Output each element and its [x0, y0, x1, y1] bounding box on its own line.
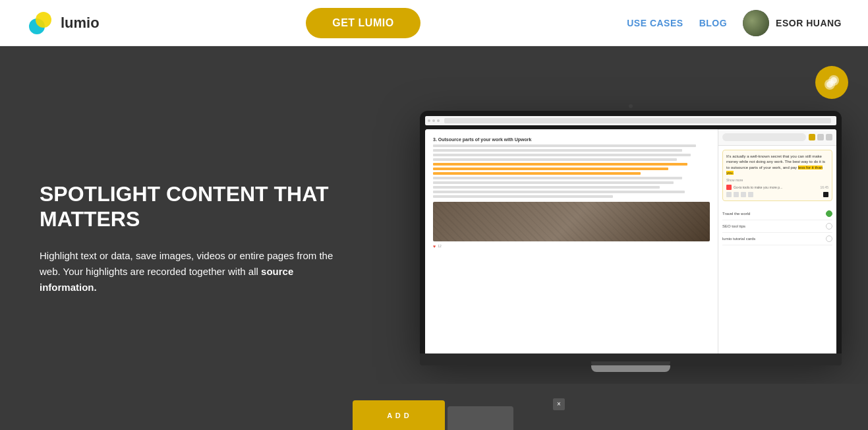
article-line-4	[433, 158, 677, 161]
list-check-seo	[826, 223, 832, 230]
hero-description: Highlight text or data, save images, vid…	[40, 247, 336, 295]
highlight-text: It's actually a well-known secret that y…	[726, 154, 828, 176]
bottom-card-yellow: A D D	[353, 400, 445, 430]
sidebar-icon-close	[826, 134, 832, 140]
laptop-screen: 3. Outsource parts of your work with Upw…	[425, 129, 836, 353]
sidebar-icon-bookmark	[817, 134, 824, 140]
list-item-travel: Travel the world	[722, 208, 832, 220]
sidebar-list: Travel the world SEO tool tips lumio tut…	[718, 205, 836, 248]
source-time: 16:45	[820, 185, 828, 189]
laptop-base	[420, 353, 842, 365]
source-title: Go-to tools to make you more p...	[734, 185, 782, 189]
header: lumio GET LUMIO USE CASES BLOG ESOR HUAN…	[0, 0, 868, 46]
article-highlight-1	[433, 163, 687, 166]
logo-text: lumio	[61, 15, 100, 32]
browser-dot-1	[428, 119, 430, 122]
svg-point-1	[36, 12, 51, 28]
reaction-count: 12	[438, 244, 442, 249]
highlight-card: It's actually a well-known secret that y…	[722, 150, 832, 201]
article-line-5	[433, 177, 682, 179]
nav-right: USE CASES BLOG ESOR HUANG	[627, 10, 842, 36]
user-name: ESOR HUANG	[776, 18, 842, 28]
article-content: 3. Outsource parts of your work with Upw…	[430, 135, 712, 251]
article-reactions: ♥ 12	[433, 244, 710, 249]
bottom-card-gray	[448, 406, 513, 430]
action-icon-4	[748, 192, 753, 197]
article-image	[433, 202, 710, 241]
avatar	[743, 10, 769, 36]
hero-text: SPOTLIGHT CONTENT THAT MATTERS Highlight…	[40, 181, 336, 295]
action-icon-dark	[823, 192, 828, 197]
show-more[interactable]: Show more	[726, 178, 828, 182]
article-line-8	[433, 191, 685, 193]
bottom-card-label: A D D	[387, 412, 410, 419]
card-action-icons	[726, 192, 828, 197]
article-highlight-3	[433, 172, 641, 175]
logo-icon	[26, 9, 54, 37]
list-check-lumio	[826, 235, 832, 242]
action-icon-2	[734, 192, 739, 197]
list-check-travel	[826, 210, 832, 217]
hero-section: SPOTLIGHT CONTENT THAT MATTERS Highlight…	[0, 46, 868, 430]
card-source: Go-to tools to make you more p... 16:45	[726, 185, 828, 190]
x-icon: ×	[557, 401, 561, 408]
article-line-2	[433, 149, 682, 152]
lumio-sidebar-panel: It's actually a well-known secret that y…	[718, 129, 836, 353]
user-area[interactable]: ESOR HUANG	[743, 10, 842, 36]
sidebar-panel-header	[718, 129, 836, 146]
article-highlight-2	[433, 168, 668, 170]
sidebar-search-bar	[722, 133, 806, 141]
list-item-seo: SEO tool tips	[722, 220, 832, 233]
laptop-screen-wrapper: 3. Outsource parts of your work with Upw…	[420, 111, 842, 353]
article-line-7	[433, 186, 660, 189]
bottom-partial-section: A D D ×	[0, 384, 868, 430]
article-line-6	[433, 181, 674, 184]
hero-title: SPOTLIGHT CONTENT THAT MATTERS	[40, 181, 336, 232]
main-content: SPOTLIGHT CONTENT THAT MATTERS Highlight…	[0, 0, 868, 430]
get-lumio-button[interactable]: GET LUMIO	[306, 8, 420, 38]
source-favicon	[726, 185, 732, 190]
laptop-stand	[591, 365, 670, 372]
sidebar-icon-group	[809, 134, 832, 140]
nav-use-cases[interactable]: USE CASES	[627, 18, 683, 28]
laptop-mockup: 3. Outsource parts of your work with Upw…	[420, 46, 868, 430]
browser-bar	[425, 116, 836, 125]
list-item-lumio: lumio tutorial cards	[722, 233, 832, 245]
svg-point-5	[830, 77, 837, 84]
logo-area[interactable]: lumio	[26, 9, 100, 37]
action-icon-1	[726, 192, 732, 197]
browser-url	[444, 118, 831, 123]
article-line-3	[433, 154, 691, 156]
browser-dot-3	[437, 119, 440, 122]
close-partial-icon: ×	[553, 398, 565, 410]
article-line-9	[433, 195, 613, 198]
browser-dot-2	[432, 119, 435, 122]
highlight-yellow: less for it than you.	[726, 166, 823, 175]
heart-icon: ♥	[433, 244, 436, 249]
screen-article: 3. Outsource parts of your work with Upw…	[425, 129, 718, 353]
article-line-1	[433, 144, 696, 147]
article-heading: 3. Outsource parts of your work with Upw…	[433, 137, 710, 142]
laptop: 3. Outsource parts of your work with Upw…	[420, 104, 842, 372]
nav-blog[interactable]: BLOG	[699, 18, 727, 28]
sidebar-icon-yellow	[809, 134, 815, 140]
camera-dot	[629, 104, 633, 108]
action-icon-3	[741, 192, 746, 197]
lumio-floating-icon[interactable]	[815, 66, 848, 99]
